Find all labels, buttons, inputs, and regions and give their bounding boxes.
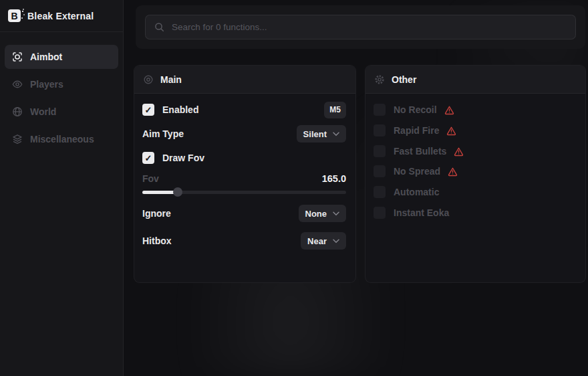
crosshair-icon <box>12 52 23 62</box>
enabled-row: Enabled M5 <box>142 101 346 118</box>
hitbox-dropdown[interactable]: Near <box>301 232 346 250</box>
aim-type-row: Aim Type Silent <box>142 125 346 143</box>
automatic-label: Automatic <box>394 187 439 197</box>
eye-icon <box>12 79 23 90</box>
no-recoil-checkbox[interactable] <box>374 104 386 116</box>
content-area: Search for 0 functions... Main Enabled M… <box>124 0 588 376</box>
app-logo: B <box>8 9 21 22</box>
warning-icon <box>454 147 464 157</box>
no-recoil-label: No Recoil <box>394 104 437 115</box>
rapid-fire-checkbox[interactable] <box>374 124 386 136</box>
chevron-down-icon <box>333 132 339 136</box>
panel-main-header: Main <box>134 66 355 94</box>
panel-main-title: Main <box>160 74 182 85</box>
app-header: B Bleak External <box>0 0 123 32</box>
no-spread-checkbox[interactable] <box>374 165 386 177</box>
draw-fov-label: Draw Fov <box>162 153 204 163</box>
instant-eoka-checkbox[interactable] <box>374 207 386 219</box>
app-logo-letter: B <box>11 11 17 21</box>
chevron-down-icon <box>333 211 339 216</box>
other-row-no-spread: No Spread <box>374 164 576 179</box>
fast-bullets-checkbox[interactable] <box>374 145 386 157</box>
ignore-label: Ignore <box>142 208 171 219</box>
gear-icon <box>374 74 385 85</box>
fov-slider-thumb[interactable] <box>173 187 182 197</box>
aim-type-value: Silent <box>303 129 327 139</box>
fov-slider-fill <box>142 191 178 194</box>
no-spread-label: No Spread <box>394 166 440 177</box>
layers-icon <box>12 134 23 145</box>
other-row-automatic: Automatic <box>374 185 576 199</box>
warning-icon <box>448 167 458 177</box>
fov-value: 165.0 <box>322 173 346 184</box>
ignore-row: Ignore None <box>142 205 346 222</box>
rapid-fire-label: Rapid Fire <box>394 125 439 136</box>
fov-slider[interactable] <box>142 191 346 194</box>
aim-type-dropdown[interactable]: Silent <box>297 125 346 143</box>
ignore-dropdown[interactable]: None <box>299 205 347 222</box>
chevron-down-icon <box>333 239 339 244</box>
sidebar-nav: Aimbot Players World <box>0 32 123 151</box>
search-icon <box>154 22 164 32</box>
hitbox-row: Hitbox Near <box>142 232 346 250</box>
automatic-checkbox[interactable] <box>374 186 386 198</box>
warning-icon <box>444 105 454 115</box>
search-input[interactable]: Search for 0 functions... <box>145 15 576 39</box>
fov-label: Fov <box>142 173 159 184</box>
enabled-checkbox[interactable] <box>142 104 154 116</box>
sidebar-item-aimbot[interactable]: Aimbot <box>5 45 118 69</box>
draw-fov-checkbox[interactable] <box>142 152 154 164</box>
hitbox-label: Hitbox <box>142 236 172 246</box>
other-row-no-recoil: No Recoil <box>374 102 576 117</box>
ignore-value: None <box>305 209 327 219</box>
aim-type-label: Aim Type <box>142 128 184 139</box>
other-row-instant-eoka: Instant Eoka <box>374 205 576 220</box>
draw-fov-row: Draw Fov <box>142 149 346 167</box>
enabled-keybind-button[interactable]: M5 <box>324 102 346 118</box>
panel-main: Main Enabled M5 Aim Type Silent Draw Fov… <box>134 65 356 283</box>
enabled-label: Enabled <box>162 104 198 115</box>
warning-icon <box>446 126 456 136</box>
sidebar-item-label: World <box>30 106 56 117</box>
globe-icon <box>12 106 23 117</box>
sidebar: B Bleak External Aimbot <box>0 0 124 376</box>
fast-bullets-label: Fast Bullets <box>394 146 446 157</box>
other-row-fast-bullets: Fast Bullets <box>374 144 576 159</box>
search-placeholder: Search for 0 functions... <box>172 22 267 32</box>
sidebar-item-miscellaneous[interactable]: Miscellaneous <box>5 127 118 151</box>
other-row-rapid-fire: Rapid Fire <box>374 123 576 138</box>
target-icon <box>143 74 154 85</box>
search-container: Search for 0 functions... <box>136 5 585 49</box>
sidebar-item-label: Miscellaneous <box>30 134 94 145</box>
hitbox-value: Near <box>307 236 327 246</box>
fov-row: Fov 165.0 <box>142 170 346 187</box>
app-title: Bleak External <box>27 11 94 21</box>
fov-slider-row <box>142 187 346 197</box>
sidebar-item-players[interactable]: Players <box>5 72 118 96</box>
sidebar-item-label: Aimbot <box>30 52 62 62</box>
instant-eoka-label: Instant Eoka <box>394 207 449 218</box>
panel-other: Other No Recoil Rapid Fire <box>365 65 586 283</box>
sidebar-item-label: Players <box>30 79 63 90</box>
sidebar-item-world[interactable]: World <box>5 100 118 124</box>
panel-other-header: Other <box>365 66 585 94</box>
panel-other-title: Other <box>392 74 416 85</box>
